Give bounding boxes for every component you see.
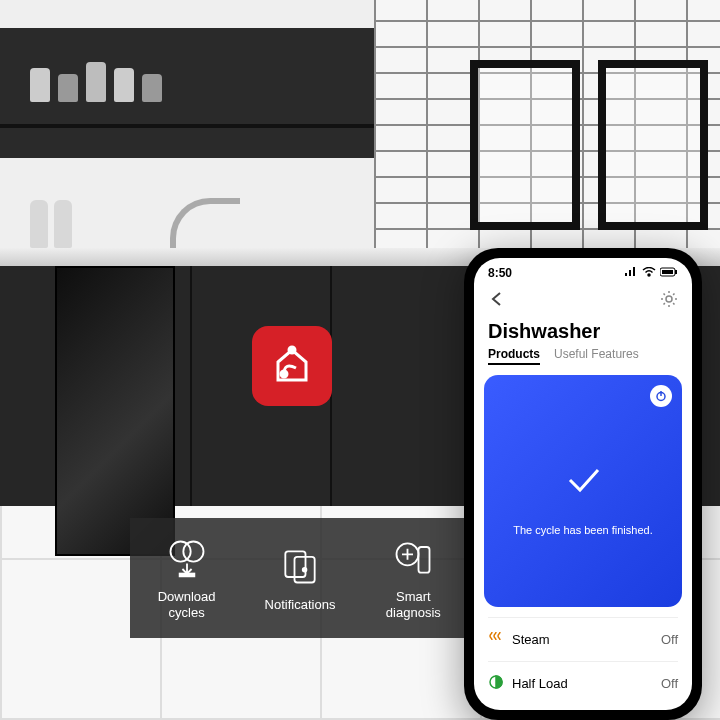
phone-screen: 8:50 Dishwasher Products <box>474 258 692 710</box>
setting-row-halfload[interactable]: Half Load Off <box>488 661 678 705</box>
picture-frame <box>598 60 708 230</box>
status-time: 8:50 <box>488 266 512 280</box>
svg-point-3 <box>183 541 203 561</box>
status-text: The cycle has been finished. <box>513 524 652 536</box>
settings-list: Steam Off Half Load Off <box>474 617 692 705</box>
svg-point-2 <box>170 541 190 561</box>
setting-row-steam[interactable]: Steam Off <box>488 617 678 661</box>
app-header <box>474 284 692 320</box>
shelf <box>0 98 374 128</box>
feature-label: Downloadcycles <box>158 589 216 620</box>
thinq-home-icon <box>268 340 316 392</box>
tab-useful-features[interactable]: Useful Features <box>554 347 639 365</box>
kitchen-scene: Downloadcycles Notifications Smartdiag <box>0 0 720 720</box>
signal-icon <box>624 266 638 280</box>
download-cycles-icon <box>165 536 209 583</box>
setting-label: Half Load <box>512 676 568 691</box>
svg-point-7 <box>303 568 307 572</box>
phone-status-bar: 8:50 <box>474 258 692 284</box>
picture-frame <box>470 60 580 230</box>
svg-point-14 <box>666 296 672 302</box>
page-title: Dishwasher <box>488 320 678 343</box>
phone-mockup: 8:50 Dishwasher Products <box>464 248 702 720</box>
dishwasher-appliance <box>55 266 175 556</box>
svg-rect-12 <box>662 270 673 274</box>
svg-rect-5 <box>285 551 305 577</box>
wifi-icon <box>642 266 656 280</box>
svg-rect-9 <box>419 547 430 573</box>
feature-label: Notifications <box>265 597 336 613</box>
setting-label: Steam <box>512 632 550 647</box>
feature-download-cycles: Downloadcycles <box>131 536 243 620</box>
gear-icon[interactable] <box>660 290 678 308</box>
svg-point-10 <box>648 274 650 276</box>
setting-value: Off <box>661 676 678 691</box>
feature-notifications: Notifications <box>244 544 356 613</box>
thinq-app-badge <box>252 326 332 406</box>
title-area: Dishwasher Products Useful Features <box>474 320 692 365</box>
setting-value: Off <box>661 632 678 647</box>
battery-icon <box>660 266 678 280</box>
power-button[interactable] <box>650 385 672 407</box>
notifications-icon <box>278 544 322 591</box>
halfload-icon <box>488 674 504 693</box>
back-icon[interactable] <box>488 290 506 308</box>
features-bar: Downloadcycles Notifications Smartdiag <box>130 518 470 638</box>
svg-point-1 <box>289 347 295 353</box>
tab-products[interactable]: Products <box>488 347 540 365</box>
feature-smart-diagnosis: Smartdiagnosis <box>357 536 469 620</box>
tabs: Products Useful Features <box>488 347 678 365</box>
smart-diagnosis-icon <box>391 536 435 583</box>
steam-icon <box>488 630 504 649</box>
svg-rect-13 <box>675 270 677 274</box>
svg-rect-4 <box>179 573 194 576</box>
feature-label: Smartdiagnosis <box>386 589 441 620</box>
status-card: The cycle has been finished. <box>484 375 682 607</box>
check-icon <box>560 456 606 506</box>
